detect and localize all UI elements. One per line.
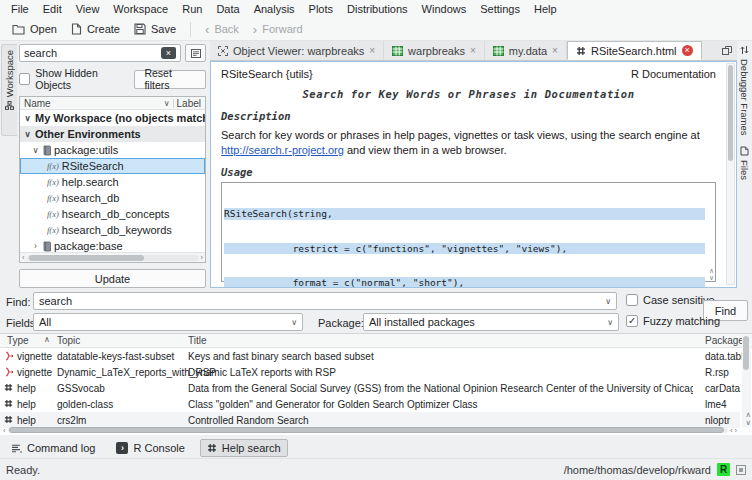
r-console-button[interactable]: › R Console xyxy=(110,440,190,456)
close-tab-icon[interactable]: × xyxy=(470,46,476,56)
code-scroll-arrows[interactable]: ∧ ∨ xyxy=(709,267,714,281)
chevron-down-icon[interactable]: ∨ xyxy=(23,129,32,139)
open-button[interactable]: Open xyxy=(5,21,64,37)
help-search-button[interactable]: Help search xyxy=(200,439,288,457)
result-row[interactable]: vignette datatable-keys-fast-subset Keys… xyxy=(0,348,740,364)
tree-item-help-search[interactable]: f(x) help.search xyxy=(20,174,205,190)
tree-item-package-utils[interactable]: ∨ package:utils xyxy=(20,142,205,158)
menu-workspace[interactable]: Workspace xyxy=(106,1,175,17)
column-header-name[interactable]: Name xyxy=(24,98,51,109)
tree-item-other-environments[interactable]: ∨ Other Environments xyxy=(20,126,205,142)
bottom-tool-bar: Command log › R Console Help search xyxy=(0,438,752,458)
close-tab-icon[interactable]: × xyxy=(682,45,693,56)
tree-item-hsearch-db-concepts[interactable]: f(x) hsearch_db_concepts xyxy=(20,206,205,222)
clear-search-icon[interactable]: × xyxy=(161,47,176,59)
tree-item-hsearch-db[interactable]: f(x) hsearch_db xyxy=(20,190,205,206)
status-text: Ready. xyxy=(6,464,40,476)
back-button[interactable]: ‹ Back xyxy=(198,21,246,37)
r-engine-status-badge[interactable]: R xyxy=(717,463,730,476)
result-row[interactable]: vignette Dynamic_LaTeX_reports_with_RSP … xyxy=(0,364,740,380)
workspace-tree-icon xyxy=(5,101,14,110)
scroll-left-icon[interactable]: ‹ xyxy=(22,254,25,262)
scroll-left-icon[interactable]: ‹ xyxy=(3,426,6,435)
menu-run[interactable]: Run xyxy=(175,1,209,17)
menu-file[interactable]: File xyxy=(4,1,36,17)
update-button[interactable]: Update xyxy=(19,269,206,288)
workspace-search-input[interactable]: search × xyxy=(19,44,181,62)
open-button-label: Open xyxy=(30,23,57,35)
result-row[interactable]: help GSSvocab Data from the General Soci… xyxy=(0,380,740,396)
menu-analysis[interactable]: Analysis xyxy=(247,1,302,17)
files-vertical-tab[interactable]: Files xyxy=(739,146,750,180)
show-hidden-checkbox[interactable] xyxy=(19,73,30,85)
detach-window-button[interactable] xyxy=(717,41,737,60)
fuzzy-matching-checkbox[interactable]: ✓ Fuzzy matching xyxy=(626,315,720,327)
search-r-project-link[interactable]: http://search.r-project.org xyxy=(221,144,344,156)
chevron-down-icon: ∨ xyxy=(607,318,613,327)
menu-distributions[interactable]: Distributions xyxy=(340,1,415,17)
column-package[interactable]: Package xyxy=(705,335,744,346)
debugger-frames-vertical-tab[interactable]: Debugger Frames xyxy=(739,45,750,136)
menu-settings[interactable]: Settings xyxy=(473,1,527,17)
menu-data[interactable]: Data xyxy=(209,1,246,17)
chevron-down-icon[interactable]: ∨ xyxy=(164,99,170,108)
checkbox-unchecked[interactable] xyxy=(626,294,638,306)
tab-my-data[interactable]: my.data × xyxy=(485,41,567,60)
chevron-right-icon[interactable]: › xyxy=(31,241,40,251)
scroll-left-icon[interactable]: ‹ xyxy=(730,426,733,435)
scroll-up-icon[interactable]: ∧ xyxy=(709,267,714,274)
close-tab-icon[interactable]: × xyxy=(552,46,558,56)
menu-plots[interactable]: Plots xyxy=(302,1,340,17)
scroll-down-icon[interactable]: ∨ xyxy=(709,274,714,281)
tree-item-rsitesearch[interactable]: f(x) RSiteSearch xyxy=(20,158,205,174)
menu-help[interactable]: Help xyxy=(527,1,564,17)
tab-object-viewer-warpbreaks[interactable]: Object Viewer: warpbreaks × xyxy=(210,41,384,60)
description-heading: Description xyxy=(221,110,716,122)
package-combobox[interactable]: All installed packages ∨ xyxy=(363,313,619,331)
case-sensitive-checkbox[interactable]: Case sensitive xyxy=(626,294,715,306)
stop-engine-icon[interactable] xyxy=(736,465,746,475)
result-row[interactable]: help golden-class Class "golden" and Gen… xyxy=(0,396,740,412)
command-log-button[interactable]: Command log xyxy=(5,440,101,456)
fields-combobox[interactable]: All ∨ xyxy=(33,313,303,331)
main-toolbar: Open Create Save ‹ Back › Forward xyxy=(0,18,752,41)
create-button[interactable]: Create xyxy=(64,21,127,37)
view-options-button[interactable] xyxy=(185,44,206,62)
workspace-vertical-tab[interactable]: Workspace xyxy=(1,44,17,136)
help-page-title: Search for Key Words or Phrases in Docum… xyxy=(221,88,716,100)
column-type[interactable]: Type xyxy=(7,335,29,346)
tab-label: Object Viewer: warpbreaks xyxy=(233,45,364,57)
forward-button[interactable]: › Forward xyxy=(246,21,310,37)
save-button[interactable]: Save xyxy=(127,21,183,37)
working-directory-path[interactable]: /home/thomas/develop/rkward xyxy=(564,464,711,476)
chevron-down-icon[interactable]: ∨ xyxy=(23,113,32,123)
description-text: Search for key words or phrases in help … xyxy=(221,129,700,141)
menu-view[interactable]: View xyxy=(69,1,107,17)
menu-edit[interactable]: Edit xyxy=(36,1,69,17)
tree-item-hsearch-db-keywords[interactable]: f(x) hsearch_db_keywords xyxy=(20,222,205,238)
menu-windows[interactable]: Windows xyxy=(415,1,474,17)
column-topic[interactable]: Topic xyxy=(57,335,80,346)
column-divider[interactable] xyxy=(173,99,174,108)
chevron-down-icon[interactable]: ∨ xyxy=(31,145,40,155)
results-horizontal-scrollbar[interactable]: ‹ ‹ › xyxy=(0,426,740,434)
close-tab-icon[interactable]: × xyxy=(369,46,375,56)
scroll-down-icon[interactable]: ∨ xyxy=(746,419,752,427)
tab-warpbreaks[interactable]: warpbreaks × xyxy=(384,41,485,60)
tree-horizontal-scrollbar[interactable]: ‹ › xyxy=(20,252,205,262)
help-topic-title: RSiteSearch {utils} xyxy=(221,68,313,80)
find-combobox[interactable]: search ∨ xyxy=(33,292,617,310)
search-results-table: Type ∧ Topic Title Package vignette data… xyxy=(0,333,752,435)
column-title[interactable]: Title xyxy=(188,335,693,346)
code-line: format = c("normal", "short"), xyxy=(224,277,705,288)
results-scroll-arrows[interactable]: ∧ ∨ xyxy=(746,411,752,427)
column-header-label[interactable]: Label xyxy=(177,98,201,109)
scroll-right-icon[interactable]: › xyxy=(735,426,738,435)
reset-filters-button[interactable]: Reset filters xyxy=(134,70,206,89)
tab-rsitesearch-html[interactable]: RSiteSearch.html × xyxy=(567,41,702,60)
document-scrollbar[interactable] xyxy=(726,63,735,285)
checkbox-checked[interactable]: ✓ xyxy=(626,315,638,327)
scroll-right-icon[interactable]: › xyxy=(201,254,204,262)
tree-item-my-workspace[interactable]: ∨ My Workspace (no objects matching filt… xyxy=(20,110,205,126)
usage-code-block[interactable]: RSiteSearch(string, restrict = c("functi… xyxy=(221,182,716,282)
